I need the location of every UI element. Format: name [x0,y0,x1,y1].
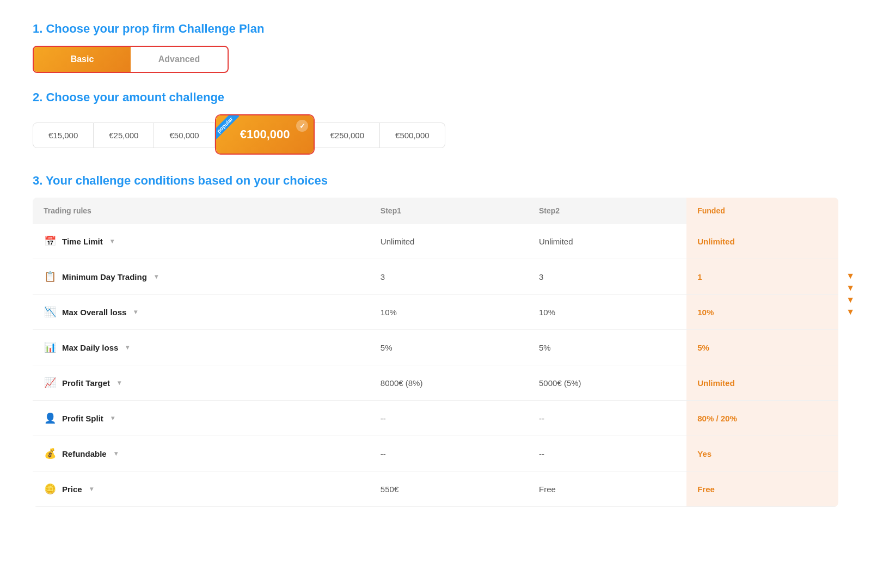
row-icon: 📋 [44,270,57,283]
row-icon: 🪙 [44,482,57,495]
section3-title: 3. Your challenge conditions based on yo… [33,174,838,188]
row-funded: Unlimited [686,365,838,401]
row-label-text: Profit Split [62,414,103,423]
table-row: 📅 Time Limit ▾ Unlimited Unlimited Unlim… [33,224,838,259]
row-funded: Free [686,471,838,507]
table-header-row: Trading rules Step1 Step2 Funded [33,198,838,224]
table-row: 📉 Max Overall loss ▾ 10% 10% 10% [33,295,838,330]
table-row: 📈 Profit Target ▾ 8000€ (8%) 5000€ (5%) … [33,365,838,401]
popular-amount-label: €100,000 [240,127,290,142]
amount-500000[interactable]: €500,000 [380,122,445,148]
row-icon: 📉 [44,305,57,318]
section-choose-plan: 1. Choose your prop firm Challenge Plan … [33,22,838,73]
row-chevron-icon[interactable]: ▾ [90,485,93,493]
table-row: 👤 Profit Split ▾ -- -- 80% / 20% [33,401,838,436]
row-label-text: Price [62,485,82,494]
row-label-text: Max Daily loss [62,343,118,352]
row-step1: 10% [370,295,528,330]
amount-100000-selected[interactable]: popular ✓ €100,000 [215,114,315,156]
row-step2: 10% [528,295,686,330]
row-label-cell[interactable]: 📋 Minimum Day Trading ▾ [33,259,370,295]
popular-card: popular ✓ €100,000 [216,115,314,154]
amount-250000[interactable]: €250,000 [315,122,380,148]
row-label-text: Time Limit [62,237,103,246]
popular-ribbon: popular [216,115,240,139]
section-choose-amount: 2. Choose your amount challenge €15,000 … [33,90,838,156]
col-funded: Funded [686,198,838,224]
row-step1: 5% [370,330,528,365]
row-label-text: Minimum Day Trading [62,272,147,281]
amount-list: €15,000 €25,000 €50,000 popular ✓ €100,0… [33,114,838,156]
basic-plan-button[interactable]: Basic [34,47,131,72]
section2-title: 2. Choose your amount challenge [33,90,838,105]
row-icon: 👤 [44,412,57,425]
amount-15000[interactable]: €15,000 [33,122,94,148]
row-step2: Free [528,471,686,507]
row-label-cell[interactable]: 💰 Refundable ▾ [33,436,370,471]
row-step2: 5000€ (5%) [528,365,686,401]
row-step2: 3 [528,259,686,295]
plan-toggle: Basic Advanced [33,46,229,73]
col-step2: Step2 [528,198,686,224]
row-funded: 5% [686,330,838,365]
row-icon: 📈 [44,376,57,389]
row-step2: -- [528,401,686,436]
popular-card-wrapper: popular ✓ €100,000 [215,114,315,155]
row-label-cell[interactable]: 📉 Max Overall loss ▾ [33,295,370,330]
amount-25000[interactable]: €25,000 [94,122,154,148]
row-step2: -- [528,436,686,471]
row-step2: Unlimited [528,224,686,259]
scroll-arrow-2[interactable]: ▼ [846,283,855,293]
scroll-arrow-4[interactable]: ▼ [846,307,855,317]
table-row: 📊 Max Daily loss ▾ 5% 5% 5% [33,330,838,365]
row-label-text: Max Overall loss [62,308,126,317]
row-chevron-icon[interactable]: ▾ [118,379,121,387]
row-label-cell[interactable]: 📊 Max Daily loss ▾ [33,330,370,365]
row-chevron-icon[interactable]: ▾ [134,308,137,316]
scroll-arrow-1[interactable]: ▼ [846,271,855,281]
row-chevron-icon[interactable]: ▾ [114,450,118,457]
row-funded: 10% [686,295,838,330]
row-chevron-icon[interactable]: ▾ [111,414,114,422]
row-label-cell[interactable]: 📈 Profit Target ▾ [33,365,370,401]
row-icon: 📊 [44,341,57,354]
scroll-arrow-3[interactable]: ▼ [846,295,855,305]
section1-title: 1. Choose your prop firm Challenge Plan [33,22,838,36]
row-label-text: Profit Target [62,378,110,388]
row-chevron-icon[interactable]: ▾ [111,237,114,245]
amount-50000[interactable]: €50,000 [154,122,214,148]
row-chevron-icon[interactable]: ▾ [155,273,158,280]
row-step1: 8000€ (8%) [370,365,528,401]
row-funded: Yes [686,436,838,471]
conditions-table: Trading rules Step1 Step2 Funded 📅 Time … [33,198,838,507]
table-row: 🪙 Price ▾ 550€ Free Free [33,471,838,507]
table-row: 📋 Minimum Day Trading ▾ 3 3 1 [33,259,838,295]
row-funded: Unlimited [686,224,838,259]
popular-ribbon-container: popular [216,115,247,146]
popular-check-icon: ✓ [296,120,308,132]
table-row: 💰 Refundable ▾ -- -- Yes [33,436,838,471]
row-step1: Unlimited [370,224,528,259]
row-step1: 550€ [370,471,528,507]
row-label-cell[interactable]: 🪙 Price ▾ [33,471,370,507]
row-step2: 5% [528,330,686,365]
row-funded: 1 [686,259,838,295]
advanced-plan-button[interactable]: Advanced [131,47,228,72]
row-step1: -- [370,436,528,471]
row-funded: 80% / 20% [686,401,838,436]
scroll-arrows: ▼ ▼ ▼ ▼ [846,271,855,317]
section-conditions: 3. Your challenge conditions based on yo… [33,174,838,507]
row-label-cell[interactable]: 📅 Time Limit ▾ [33,224,370,259]
row-icon: 💰 [44,447,57,460]
row-step1: 3 [370,259,528,295]
row-step1: -- [370,401,528,436]
col-trading-rules: Trading rules [33,198,370,224]
col-step1: Step1 [370,198,528,224]
row-label-cell[interactable]: 👤 Profit Split ▾ [33,401,370,436]
row-icon: 📅 [44,235,57,248]
row-label-text: Refundable [62,449,107,458]
row-chevron-icon[interactable]: ▾ [126,344,129,351]
